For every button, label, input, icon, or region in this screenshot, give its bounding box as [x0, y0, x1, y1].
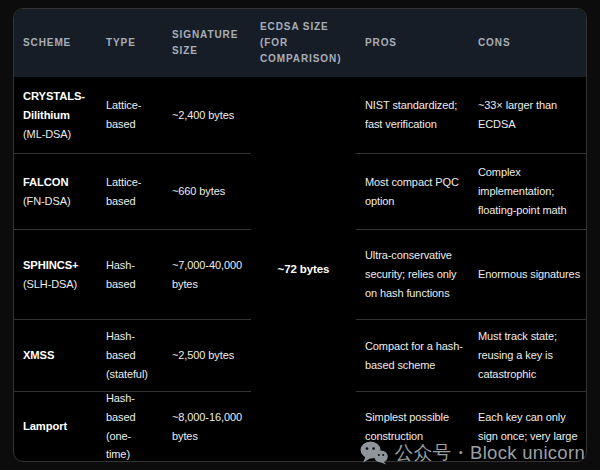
pros-cell: NIST standardized; fast verification [356, 77, 469, 153]
column-header-ecdsa-size: ECDSA SIZE (FOR COMPARISON) [251, 9, 356, 77]
scheme-standard-id: (SLH-DSA) [23, 275, 94, 294]
scheme-cell: CRYSTALS-Dilithium (ML-DSA) [14, 77, 97, 153]
scheme-cell: XMSS [14, 319, 97, 391]
column-header-scheme: SCHEME [14, 9, 97, 77]
scheme-name: CRYSTALS-Dilithium [23, 87, 94, 125]
column-header-cons: CONS [469, 9, 586, 77]
signature-size-cell: ~2,400 bytes [163, 77, 251, 153]
signature-size-cell: ~8,000-16,000 bytes [163, 391, 251, 461]
pqc-signature-comparison-table: SCHEME TYPE SIGNATURE SIZE ECDSA SIZE (F… [13, 8, 587, 462]
pros-cell: Ultra-conservative security; relies only… [356, 229, 469, 319]
watermark-text: 公众号・Block unicorn [395, 440, 585, 465]
cons-cell: Must track state; reusing a key is catas… [469, 319, 586, 391]
signature-size-cell: ~7,000-40,000 bytes [163, 229, 251, 319]
scheme-cell: SPHINCS+ (SLH-DSA) [14, 229, 97, 319]
type-cell: Hash-based [97, 229, 163, 319]
scheme-name: SPHINCS+ [23, 256, 94, 275]
signature-size-cell: ~2,500 bytes [163, 319, 251, 391]
wechat-icon [360, 441, 388, 465]
watermark: 公众号・Block unicorn [360, 440, 585, 465]
column-header-type: TYPE [97, 9, 163, 77]
pros-cell: Compact for a hash-based scheme [356, 319, 469, 391]
cons-cell: Enormous signatures [469, 229, 586, 319]
cons-cell: Complex implementation; floating-point m… [469, 153, 586, 229]
type-cell: Hash-based (stateful) [97, 319, 163, 391]
scheme-standard-id: (ML-DSA) [23, 125, 94, 144]
column-header-pros: PROS [356, 9, 469, 77]
scheme-cell: FALCON (FN-DSA) [14, 153, 97, 229]
type-cell: Lattice-based [97, 77, 163, 153]
type-cell: Hash-based (one-time) [97, 391, 163, 461]
column-header-signature-size: SIGNATURE SIZE [163, 9, 251, 77]
pros-cell: Most compact PQC option [356, 153, 469, 229]
scheme-name: FALCON [23, 173, 94, 192]
scheme-standard-id: (FN-DSA) [23, 192, 94, 211]
scheme-name: XMSS [23, 346, 94, 365]
signature-size-cell: ~660 bytes [163, 153, 251, 229]
type-cell: Lattice-based [97, 153, 163, 229]
ecdsa-size-merged-cell: ~72 bytes [251, 77, 356, 461]
scheme-name: Lamport [23, 417, 94, 436]
cons-cell: ~33× larger than ECDSA [469, 77, 586, 153]
scheme-cell: Lamport [14, 391, 97, 461]
